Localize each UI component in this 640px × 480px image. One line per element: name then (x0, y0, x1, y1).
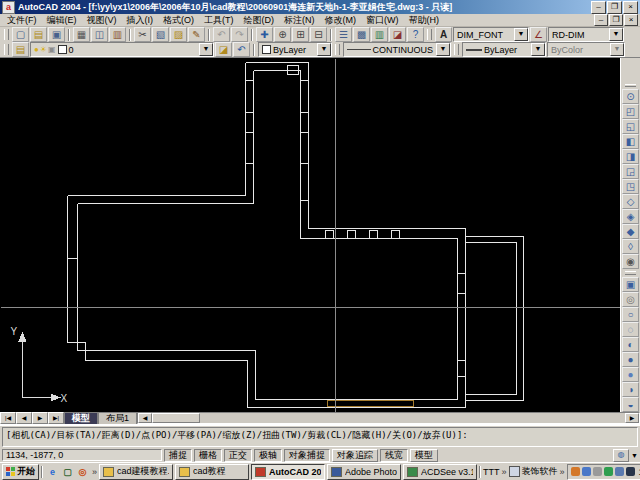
right-view-button[interactable]: ◨ (622, 149, 639, 164)
tab-layout1[interactable]: 布局1 (98, 412, 137, 424)
menu-view[interactable]: 视图(V) (82, 13, 122, 28)
toolbar-grip[interactable] (335, 44, 340, 55)
communication-center-icon[interactable]: ◍ (613, 449, 629, 462)
status-toggle-otrack[interactable]: 对象追踪 (332, 449, 378, 462)
scroll-left-icon[interactable]: ◀ (138, 413, 152, 423)
first-tab-button[interactable]: |◀ (0, 412, 16, 424)
lineweight-control-combo[interactable]: ByLayer ▼ (462, 42, 546, 57)
doc-minimize-button[interactable]: – (594, 14, 608, 26)
new-button[interactable]: ▢ (12, 27, 29, 42)
chevron-down-icon[interactable]: ▼ (531, 43, 545, 56)
flat-shaded-button[interactable]: ● (622, 352, 639, 367)
toolbar-grip[interactable] (625, 271, 636, 275)
scroll-right-icon[interactable]: ▶ (625, 413, 639, 423)
tray-icon-6[interactable] (626, 467, 635, 476)
designcenter-button[interactable]: ▩ (353, 27, 370, 42)
scrollbar-thumb[interactable] (152, 413, 200, 423)
menu-edit[interactable]: 编辑(E) (42, 13, 82, 28)
task-photoshop[interactable]: Adobe Photo... (327, 464, 401, 480)
save-button[interactable]: ▣ (48, 27, 65, 42)
plot-preview-button[interactable]: ◫ (91, 27, 108, 42)
language-bar-chevron-icon[interactable]: » (502, 467, 507, 477)
hidden-button[interactable]: ◐ (622, 337, 639, 352)
menu-dimension[interactable]: 标注(N) (279, 13, 320, 28)
last-tab-button[interactable]: ▶| (48, 412, 64, 424)
nw-isometric-view-button[interactable]: ◊ (622, 239, 639, 254)
make-object-layer-current-button[interactable]: ◪ (215, 42, 232, 57)
toolbar-grip[interactable] (4, 44, 9, 55)
tray-icon-3[interactable] (593, 467, 602, 476)
named-views-button[interactable]: ⊙ (622, 89, 639, 104)
status-toggle-snap[interactable]: 捕捉 (164, 449, 192, 462)
undo-button[interactable]: ↶ (213, 27, 230, 42)
properties-button[interactable]: ☰ (335, 27, 352, 42)
chevron-down-icon[interactable]: ▼ (514, 28, 528, 41)
toolbar-grip[interactable] (427, 29, 432, 40)
show-desktop-button[interactable]: ▢ (60, 464, 75, 479)
coordinate-display[interactable]: 1134, -1877, 0 (2, 449, 162, 461)
zoom-realtime-button[interactable]: ⊕ (274, 27, 291, 42)
status-toggle-polar[interactable]: 极轴 (254, 449, 282, 462)
open-button[interactable]: ▤ (30, 27, 47, 42)
chevron-down-icon[interactable]: ▼ (317, 43, 331, 56)
task-autocad[interactable]: AutoCAD 200... (251, 464, 325, 480)
2d-wireframe-button[interactable]: ○ (622, 307, 639, 322)
minimize-button[interactable]: – (591, 1, 606, 14)
ie-quicklaunch-button[interactable]: e (45, 464, 60, 479)
menu-insert[interactable]: 插入(I) (122, 13, 159, 28)
redo-button[interactable]: ↷ (231, 27, 248, 42)
toolbar-grip[interactable] (454, 44, 459, 55)
menu-modify[interactable]: 修改(M) (320, 13, 362, 28)
bottom-view-button[interactable]: ◱ (622, 119, 639, 134)
chevron-down-icon[interactable]: ▼ (199, 43, 213, 56)
taskbar-clock[interactable]: 15:50 (637, 467, 640, 477)
next-tab-button[interactable]: ▶ (32, 412, 48, 424)
chevron-down-icon[interactable]: ▼ (609, 28, 623, 41)
flat-shaded-edges-button[interactable]: ◑ (622, 382, 639, 397)
status-toggle-model-space[interactable]: 模型 (410, 449, 438, 462)
render-button[interactable]: ◎ (622, 292, 639, 307)
dim-style-combo[interactable]: RD-DIM ▼ (548, 27, 624, 42)
plot-button[interactable]: ▦ (73, 27, 90, 42)
command-line[interactable]: [相机(CA)/目标(TA)/距离(D)/点(PO)/平移(PA)/缩放(Z)/… (2, 427, 638, 447)
status-toggle-grid[interactable]: 栅格 (194, 449, 222, 462)
cut-button[interactable]: ✂ (134, 27, 151, 42)
linetype-control-combo[interactable]: CONTINUOUS ▼ (343, 42, 451, 57)
dim-style-icon-button[interactable]: ∠ (530, 27, 547, 42)
task-cad-tutorial[interactable]: cad教程 (175, 464, 249, 480)
zoom-window-button[interactable]: ⊞ (292, 27, 309, 42)
language-bar[interactable]: TTT » (483, 467, 507, 477)
tray-icon-1[interactable] (571, 467, 580, 476)
tool-palettes-button[interactable]: ▥ (371, 27, 388, 42)
pan-realtime-button[interactable]: ✚ (256, 27, 273, 42)
status-toggle-lwt[interactable]: 线宽 (380, 449, 408, 462)
menu-format[interactable]: 格式(O) (158, 13, 199, 28)
close-button[interactable]: × (623, 1, 638, 14)
task-acdsee[interactable]: ACDSee v3.1... (403, 464, 477, 480)
layer-combo[interactable]: ●☀▣ 0 ▼ (30, 42, 214, 57)
quick-launch-overflow-icon[interactable]: » (92, 467, 97, 477)
status-tray-arrow-icon[interactable]: ▼ (631, 452, 638, 459)
status-toggle-osnap[interactable]: 对象捕捉 (284, 449, 330, 462)
tab-model[interactable]: 模型 (64, 412, 98, 424)
publish-button[interactable]: ▥ (109, 27, 126, 42)
status-toggle-ortho[interactable]: 正交 (224, 449, 252, 462)
menu-window[interactable]: 窗口(W) (361, 13, 404, 28)
model-space-canvas[interactable]: YX (0, 58, 620, 412)
chevron-down-icon[interactable]: ▼ (436, 43, 450, 56)
image-button[interactable]: ▣ (622, 277, 639, 292)
toolbar-grip[interactable] (4, 29, 9, 40)
doc-close-button[interactable]: × (624, 14, 638, 26)
camera-button[interactable]: ◉ (622, 254, 639, 269)
gouraud-shaded-button[interactable]: ● (622, 367, 639, 382)
ne-isometric-view-button[interactable]: ◆ (622, 224, 639, 239)
text-style-combo[interactable]: DIM_FONT ▼ (453, 27, 529, 42)
se-isometric-view-button[interactable]: ◈ (622, 209, 639, 224)
paste-button[interactable]: ▨ (170, 27, 187, 42)
markup-button[interactable]: ◪ (389, 27, 406, 42)
front-view-button[interactable]: ◲ (622, 164, 639, 179)
layer-previous-button[interactable]: ↶ (233, 42, 250, 57)
toolband-chevron-icon[interactable]: » (560, 467, 565, 477)
tray-icon-4[interactable] (604, 467, 613, 476)
left-view-button[interactable]: ◧ (622, 134, 639, 149)
